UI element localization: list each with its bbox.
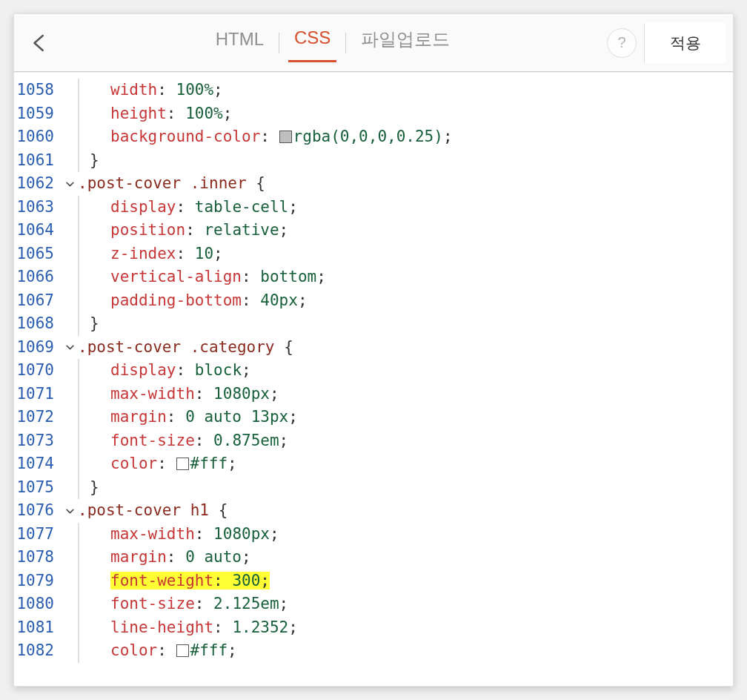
code-editor[interactable]: 1058105910601061106210631064106510661067… — [14, 72, 733, 686]
line-number: 1058 — [14, 79, 54, 102]
line-number: 1059 — [14, 102, 54, 126]
code-line[interactable]: position: relative; — [78, 219, 733, 242]
toolbar: HTML CSS 파일업로드 ? 적용 — [14, 14, 733, 72]
code-line[interactable]: max-width: 1080px; — [78, 383, 733, 406]
help-button[interactable]: ? — [607, 28, 637, 58]
line-number: 1078 — [14, 546, 54, 569]
fold-empty — [62, 546, 78, 569]
back-button[interactable] — [21, 24, 59, 62]
code-line[interactable]: max-width: 1080px; — [78, 523, 733, 547]
line-number: 1075 — [14, 476, 54, 500]
apply-button[interactable]: 적용 — [644, 23, 726, 63]
color-swatch-icon — [176, 644, 189, 657]
code-line[interactable]: .post-cover .inner { — [78, 172, 733, 196]
fold-empty — [62, 149, 78, 173]
fold-empty — [62, 639, 78, 663]
code-line[interactable]: height: 100%; — [78, 102, 733, 126]
code-line[interactable]: font-size: 2.125em; — [78, 592, 733, 616]
fold-empty — [62, 196, 78, 219]
fold-empty — [62, 429, 78, 453]
arrow-left-icon — [29, 32, 51, 54]
line-number: 1072 — [14, 406, 54, 429]
fold-empty — [62, 79, 78, 102]
fold-empty — [62, 312, 78, 336]
line-number: 1074 — [14, 452, 54, 476]
line-number: 1064 — [14, 219, 54, 242]
tab-separator — [279, 33, 279, 53]
fold-empty — [62, 289, 78, 313]
tab-html[interactable]: HTML — [210, 24, 270, 62]
line-number: 1079 — [14, 569, 54, 593]
code-line[interactable]: z-index: 10; — [78, 242, 733, 266]
line-number: 1071 — [14, 383, 54, 406]
line-number: 1081 — [14, 616, 54, 640]
fold-empty — [62, 359, 78, 383]
fold-empty — [62, 476, 78, 500]
line-number: 1065 — [14, 242, 54, 266]
color-swatch-icon — [279, 131, 292, 143]
fold-empty — [62, 616, 78, 640]
line-number-gutter: 1058105910601061106210631064106510661067… — [14, 79, 54, 663]
line-number: 1060 — [14, 125, 54, 149]
tabs: HTML CSS 파일업로드 — [59, 23, 607, 63]
code-line[interactable]: color: #fff; — [78, 452, 733, 476]
line-number: 1076 — [14, 499, 54, 523]
line-number: 1070 — [14, 359, 54, 383]
fold-gutter — [62, 79, 78, 663]
code-line[interactable]: } — [78, 476, 733, 500]
code-line[interactable]: font-size: 0.875em; — [78, 429, 733, 453]
code-line[interactable]: margin: 0 auto; — [78, 546, 733, 569]
code-line[interactable]: display: block; — [78, 359, 733, 383]
line-number: 1077 — [14, 523, 54, 547]
fold-chevron-icon[interactable] — [62, 172, 78, 196]
fold-empty — [62, 265, 78, 289]
line-number: 1063 — [14, 196, 54, 219]
line-number: 1069 — [14, 336, 54, 360]
code-line[interactable]: color: #fff; — [78, 639, 733, 663]
fold-empty — [62, 219, 78, 242]
code-line[interactable]: background-color: rgba(0,0,0,0.25); — [78, 125, 733, 149]
tab-css[interactable]: CSS — [288, 23, 336, 62]
line-number: 1080 — [14, 592, 54, 616]
line-number: 1082 — [14, 639, 54, 663]
highlighted-code: font-weight: 300; — [110, 572, 270, 590]
code-line[interactable]: } — [78, 312, 733, 336]
fold-chevron-icon[interactable] — [62, 336, 78, 360]
code-line[interactable]: margin: 0 auto 13px; — [78, 406, 733, 429]
fold-empty — [62, 383, 78, 406]
code-line[interactable]: .post-cover .category { — [78, 336, 733, 360]
fold-empty — [62, 242, 78, 266]
code-content[interactable]: width: 100%;height: 100%;background-colo… — [78, 79, 733, 663]
line-number: 1062 — [14, 172, 54, 196]
line-number: 1067 — [14, 289, 54, 313]
line-number: 1073 — [14, 429, 54, 453]
fold-empty — [62, 102, 78, 126]
code-line[interactable]: line-height: 1.2352; — [78, 616, 733, 640]
editor-window: HTML CSS 파일업로드 ? 적용 10581059106010611062… — [13, 13, 734, 687]
fold-empty — [62, 452, 78, 476]
fold-chevron-icon[interactable] — [62, 499, 78, 523]
fold-empty — [62, 125, 78, 149]
code-line[interactable]: padding-bottom: 40px; — [78, 289, 733, 313]
code-line[interactable]: vertical-align: bottom; — [78, 265, 733, 289]
fold-empty — [62, 406, 78, 429]
line-number: 1068 — [14, 312, 54, 336]
tab-file-upload[interactable]: 파일업로드 — [355, 23, 456, 63]
tab-separator — [345, 33, 346, 53]
code-line[interactable]: } — [78, 149, 733, 173]
code-line[interactable]: .post-cover h1 { — [78, 499, 733, 523]
code-line[interactable]: display: table-cell; — [78, 196, 733, 219]
line-number: 1061 — [14, 149, 54, 173]
fold-empty — [62, 523, 78, 547]
line-number: 1066 — [14, 265, 54, 289]
code-line[interactable]: width: 100%; — [78, 79, 733, 102]
color-swatch-icon — [176, 458, 189, 470]
fold-empty — [62, 592, 78, 616]
code-line[interactable]: font-weight: 300; — [78, 569, 733, 593]
fold-empty — [62, 569, 78, 593]
